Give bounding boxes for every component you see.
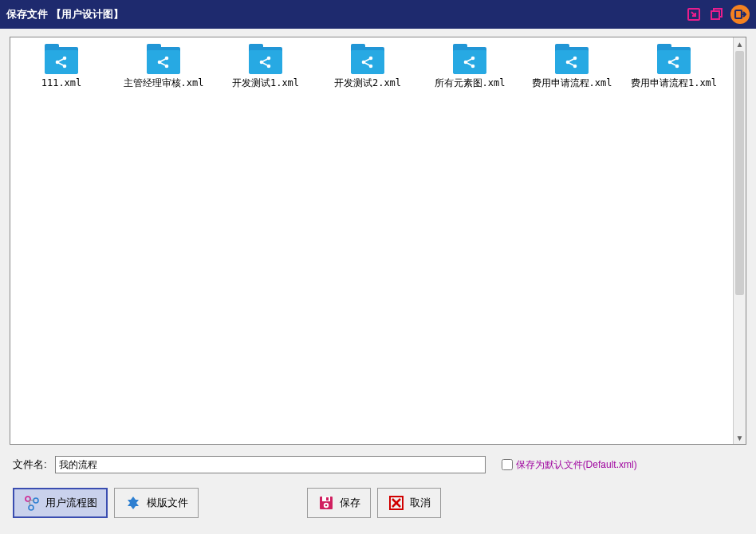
file-item[interactable]: 费用申请流程.xml [521, 44, 623, 92]
save-button[interactable]: 保存 [307, 488, 371, 518]
scrollbar[interactable]: ▲ ▼ [733, 37, 746, 444]
svg-line-11 [161, 59, 166, 61]
scroll-down-icon[interactable]: ▼ [734, 431, 746, 444]
scroll-thumb[interactable] [735, 51, 744, 295]
save-dialog: 保存文件 【用户设计图】 [0, 0, 756, 534]
folder-share-icon [657, 47, 691, 74]
file-item[interactable]: 开发测试1.xml [215, 44, 317, 92]
file-label: 所有元素图.xml [435, 77, 506, 88]
file-label: 费用申请流程.xml [532, 77, 612, 88]
folder-share-icon [45, 47, 78, 74]
folder-share-icon [147, 47, 180, 74]
svg-line-22 [365, 63, 370, 65]
user-flow-icon [23, 494, 41, 512]
save-icon [317, 494, 335, 512]
window-title: 保存文件 【用户设计图】 [6, 7, 683, 22]
template-icon [124, 494, 142, 512]
filename-row: 文件名: 保存为默认文件(Default.xml) [10, 453, 746, 477]
file-item[interactable]: 所有元素图.xml [419, 44, 521, 92]
button-row: 用户流程图 模版文件 [10, 485, 746, 524]
svg-rect-45 [326, 497, 329, 501]
svg-line-37 [671, 63, 676, 65]
file-item[interactable]: 111.xml [10, 44, 112, 92]
maximize-icon[interactable] [705, 3, 727, 26]
file-label: 费用申请流程1.xml [631, 77, 717, 88]
svg-line-16 [263, 59, 268, 61]
file-label: 111.xml [41, 77, 82, 88]
default-checkbox-label[interactable]: 保存为默认文件(Default.xml) [516, 458, 637, 472]
folder-share-icon [351, 47, 384, 74]
file-label: 开发测试1.xml [232, 77, 299, 88]
file-item[interactable]: 开发测试2.xml [317, 44, 419, 92]
svg-line-26 [467, 59, 472, 61]
default-checkbox-group: 保存为默认文件(Default.xml) [502, 458, 637, 472]
user-flow-button[interactable]: 用户流程图 [13, 488, 108, 518]
scroll-up-icon[interactable]: ▲ [734, 37, 746, 50]
svg-line-7 [59, 63, 64, 65]
folder-share-icon [453, 47, 486, 74]
svg-line-32 [569, 63, 574, 65]
svg-rect-2 [735, 10, 742, 18]
close-icon[interactable] [730, 5, 750, 24]
save-label: 保存 [340, 496, 360, 510]
file-label: 主管经理审核.xml [124, 77, 204, 88]
folder-share-icon [555, 47, 589, 74]
file-item[interactable]: 费用申请流程1.xml [623, 44, 725, 92]
cancel-label: 取消 [410, 496, 431, 510]
file-item[interactable]: 主管经理审核.xml [112, 44, 215, 92]
default-checkbox[interactable] [502, 459, 513, 470]
svg-point-38 [26, 497, 30, 501]
dialog-body: 111.xml 主管经理审核.xml [0, 29, 756, 534]
svg-line-17 [263, 63, 268, 65]
file-grid: 111.xml 主管经理审核.xml [10, 37, 746, 92]
svg-line-27 [467, 63, 472, 65]
svg-point-47 [325, 505, 328, 507]
template-button[interactable]: 模版文件 [114, 488, 199, 518]
svg-point-39 [33, 498, 38, 503]
svg-rect-1 [711, 11, 719, 19]
folder-share-icon [249, 47, 282, 74]
titlebar: 保存文件 【用户设计图】 [0, 0, 756, 29]
svg-line-31 [569, 59, 574, 61]
minimize-to-tray-icon[interactable] [683, 3, 705, 26]
filename-label: 文件名: [13, 457, 47, 472]
svg-line-12 [161, 63, 166, 65]
svg-point-40 [29, 505, 33, 510]
svg-line-6 [59, 59, 64, 61]
file-browser: 111.xml 主管经理审核.xml [10, 37, 746, 445]
template-label: 模版文件 [147, 496, 188, 510]
file-label: 开发测试2.xml [334, 77, 401, 88]
filename-input[interactable] [55, 456, 486, 473]
svg-line-36 [671, 59, 676, 61]
cancel-icon [388, 494, 405, 512]
svg-line-21 [365, 59, 370, 61]
user-flow-label: 用户流程图 [45, 496, 97, 510]
cancel-button[interactable]: 取消 [377, 488, 441, 518]
